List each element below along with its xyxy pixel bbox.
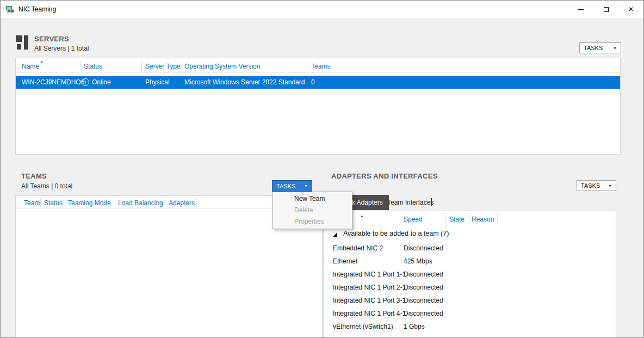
servers-table-header: ▲ Name Status Server Type Operating Syst…: [16, 58, 620, 73]
column-header-reason[interactable]: Reason: [472, 216, 494, 223]
maximize-button[interactable]: [593, 1, 618, 18]
column-divider: [469, 213, 469, 223]
close-button[interactable]: ✕: [618, 1, 643, 18]
servers-subtitle: All Servers | 1 total: [34, 45, 89, 52]
adapter-name-cell: Integrated NIC 1 Port 1-1: [333, 271, 406, 278]
column-header-teaming-mode[interactable]: Teaming Mode: [68, 199, 111, 207]
teams-tasks-button[interactable]: TASKS ▼: [272, 180, 312, 192]
adapter-row[interactable]: Embedded NIC 2 Disconnected: [324, 242, 616, 255]
column-divider: [400, 213, 400, 223]
adapter-row[interactable]: Integrated NIC 1 Port 2-1 Disconnected: [324, 281, 616, 294]
adapter-speed-cell: Disconnected: [404, 244, 443, 252]
servers-tasks-label: TASKS: [584, 45, 603, 51]
server-name-cell: WIN-2CJ9NEMDHO6: [22, 78, 84, 86]
column-divider: [40, 198, 41, 207]
adapter-speed-cell: Disconnected: [404, 310, 443, 317]
chevron-down-icon: ▼: [613, 46, 617, 50]
adapter-row[interactable]: Integrated NIC 1 Port 3-1 Disconnected: [324, 294, 616, 307]
server-status-cell: Online: [92, 78, 111, 86]
adapter-name-cell: Integrated NIC 1 Port 4-1: [333, 310, 406, 317]
server-type-cell: Physical: [145, 78, 170, 86]
adapters-title: ADAPTERS AND INTERFACES: [331, 172, 438, 180]
adapter-name-cell: Integrated NIC 1 Port 2-1: [333, 284, 406, 291]
column-header-speed[interactable]: Speed: [404, 216, 423, 223]
nic-teaming-window: NIC Teaming ✕ SERVERS All Servers | 1 to…: [0, 0, 644, 338]
column-header-teams[interactable]: Teams: [311, 63, 330, 70]
column-divider: [114, 198, 114, 207]
menu-item-new-team[interactable]: New Team: [273, 193, 352, 205]
adapter-speed-cell: Disconnected: [404, 271, 443, 278]
column-header-load-balancing[interactable]: Load Balancing: [118, 199, 163, 207]
servers-table: ▲ Name Status Server Type Operating Syst…: [15, 58, 621, 155]
column-header-team-status[interactable]: Status: [44, 199, 63, 207]
adapter-name-cell: vEthernet (vSwitch1): [333, 323, 393, 330]
column-divider: [80, 60, 81, 71]
tasks-menu: New Team Delete Properties: [272, 192, 352, 229]
column-divider: [497, 213, 498, 223]
column-header-state[interactable]: State: [449, 216, 465, 223]
column-header-adapters[interactable]: Adapters: [169, 199, 195, 207]
window-controls: ✕: [568, 1, 643, 18]
adapter-speed-cell: 1 Gbps: [404, 323, 425, 330]
server-os-cell: Microsoft Windows Server 2022 Standard: [184, 78, 305, 86]
menu-item-delete: Delete: [273, 205, 352, 216]
menu-gutter-divider: [288, 193, 288, 228]
sort-ascending-icon: ▲: [40, 60, 44, 64]
server-row[interactable]: WIN-2CJ9NEMDHO6 ↑ Online Physical Micros…: [16, 76, 620, 89]
chevron-down-icon: ▼: [304, 184, 308, 188]
adapter-group-row[interactable]: Available to be added to a team (7): [324, 225, 616, 242]
server-online-arrow-icon: ↑: [82, 78, 89, 86]
expand-triangle-icon: [333, 232, 337, 237]
servers-tasks-button[interactable]: TASKS ▼: [579, 42, 621, 53]
adapter-name-cell: Integrated NIC 1 Port 3-1: [333, 297, 406, 304]
adapter-name-cell: Embedded NIC 2: [333, 244, 383, 252]
close-icon: ✕: [628, 5, 634, 13]
tab-team-interfaces-label: Team Interfaces: [387, 199, 434, 206]
column-divider: [141, 60, 142, 71]
adapter-row[interactable]: vEthernet (vSwitch1) 1 Gbps: [324, 320, 616, 333]
adapters-table: ▲ Speed State Reason Available to be add…: [323, 211, 616, 338]
column-header-os-version[interactable]: Operating System Version: [184, 63, 260, 70]
adapters-table-header: ▲ Speed State Reason: [324, 211, 616, 225]
adapter-speed-cell: Disconnected: [404, 284, 443, 291]
column-header-team[interactable]: Team: [24, 199, 40, 207]
column-divider: [181, 60, 181, 71]
column-divider: [196, 198, 197, 207]
window-title: NIC Teaming: [18, 5, 56, 13]
adapter-name-cell: Ethernet: [333, 257, 357, 265]
text-cursor: [431, 198, 432, 206]
column-divider: [307, 60, 307, 71]
adapters-tasks-label: TASKS: [581, 182, 600, 189]
server-teams-cell: 0: [311, 78, 315, 86]
adapter-row[interactable]: Integrated NIC 1 Port 1-1 Disconnected: [324, 268, 616, 281]
chevron-down-icon: ▼: [608, 184, 612, 188]
teams-title: TEAMS: [21, 172, 47, 180]
adapter-row[interactable]: Integrated NIC 1 Port 4-1 Disconnected: [324, 307, 616, 320]
column-divider: [445, 213, 446, 223]
maximize-icon: [604, 7, 609, 12]
column-header-server-type[interactable]: Server Type: [145, 63, 180, 70]
adapter-row[interactable]: Ethernet 425 Mbps: [324, 255, 616, 268]
servers-icon: [15, 34, 29, 51]
column-divider: [332, 60, 332, 71]
menu-item-properties: Properties: [273, 216, 352, 228]
minimize-button[interactable]: [568, 1, 593, 18]
teams-subtitle: All Teams | 0 total: [21, 182, 72, 190]
sort-ascending-icon: ▲: [360, 214, 364, 218]
adapter-group-label: Available to be added to a team (7): [343, 230, 449, 237]
column-header-name[interactable]: Name: [22, 63, 39, 70]
teams-tasks-label: TASKS: [276, 183, 295, 189]
minimize-icon: [578, 9, 584, 10]
column-header-status[interactable]: Status: [84, 63, 102, 70]
column-divider: [64, 198, 64, 207]
app-icon: [5, 5, 14, 14]
column-divider: [164, 198, 164, 207]
adapter-speed-cell: Disconnected: [404, 297, 443, 304]
adapters-tasks-button[interactable]: TASKS ▼: [577, 180, 616, 191]
adapter-speed-cell: 425 Mbps: [404, 257, 432, 265]
titlebar: NIC Teaming ✕: [1, 1, 643, 18]
servers-title: SERVERS: [34, 35, 69, 43]
